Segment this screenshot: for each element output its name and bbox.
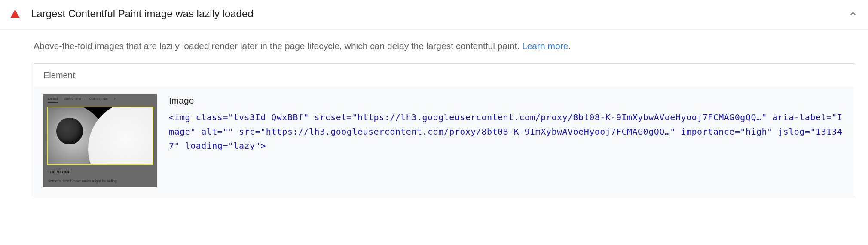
element-thumbnail: Latest Environment Outer space H THE VER… (43, 94, 157, 187)
table-row: Latest Environment Outer space H THE VER… (34, 87, 855, 196)
description-text: Above-the-fold images that are lazily lo… (34, 41, 522, 51)
thumb-highlight-box (47, 107, 153, 165)
thumb-source: THE VERGE (48, 169, 71, 175)
audit-title: Largest Contentful Paint image was lazil… (31, 6, 848, 21)
code-snippet: <img class="tvs3Id QwxBBf" srcset="https… (169, 110, 845, 153)
row-label: Image (169, 94, 845, 107)
audit-header[interactable]: Largest Contentful Paint image was lazil… (0, 0, 868, 30)
chevron-up-icon (848, 9, 858, 18)
description-suffix: . (568, 41, 571, 51)
element-table: Element Latest Environment Outer space H… (34, 63, 855, 196)
thumb-tab: Environment (64, 96, 83, 103)
audit-body: Above-the-fold images that are lazily lo… (0, 30, 868, 196)
row-content: Image <img class="tvs3Id QwxBBf" srcset=… (169, 94, 845, 153)
thumb-tab: H (114, 96, 116, 103)
moon-right-icon (88, 107, 153, 165)
thumb-caption: Saturn's 'Death Star' moon might be hidi… (48, 178, 153, 184)
svg-marker-0 (10, 9, 20, 18)
fail-triangle-icon (10, 9, 20, 18)
thumb-tab: Outer space (89, 96, 108, 103)
audit-description: Above-the-fold images that are lazily lo… (34, 39, 855, 53)
learn-more-link[interactable]: Learn more (522, 41, 568, 51)
table-header: Element (34, 64, 855, 87)
thumb-tab: Latest (48, 96, 58, 103)
